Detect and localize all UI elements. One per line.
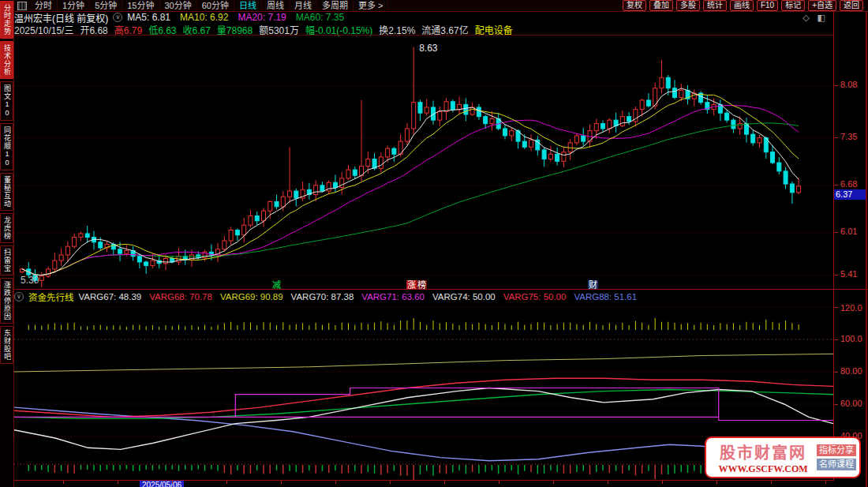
svg-text:5.30: 5.30 (21, 275, 39, 286)
date-axis-tick (771, 481, 772, 484)
indicator-value-3: VARG70: 87.38 (291, 292, 354, 302)
toolbar-button-F10[interactable]: F10 (757, 0, 778, 11)
sidebar-item-龙虎榜[interactable]: 龙虎榜 (0, 213, 13, 243)
watermark: 股市财富网 WWW.GSCFW.COM 指标分享名师课程 (705, 436, 861, 478)
quote-field-2: 低6.63 (148, 23, 176, 36)
quote-fields: 开6.68高6.79低6.63收6.67量78968额5301万幅-0.01(-… (80, 23, 512, 36)
menu-item-更多 >[interactable]: 更多 > (354, 1, 388, 11)
indicator-axis-tick (834, 339, 838, 340)
ma-values: MA5: 6.81MA10: 6.92MA20: 7.19MA60: 7.35 (127, 12, 344, 23)
watermark-site: 股市财富网 (713, 440, 814, 463)
toolbar-button-标记[interactable]: 标记 (781, 0, 805, 11)
varg68-line (14, 378, 833, 417)
date-axis: 2025/05/06 (14, 481, 868, 487)
indicator-header: ∨ 资金先行线 VARG67: 48.39VARG68: 70.78VARG69… (14, 290, 833, 303)
watermark-url: WWW.GSCFW.COM (713, 463, 814, 475)
date-axis-tick (444, 481, 445, 484)
price-axis-tick (834, 85, 838, 86)
price-axis-tick (834, 275, 838, 275)
watermark-badge-1[interactable]: 名师课程 (817, 459, 856, 470)
quote-date: 2025/10/15/三 (14, 23, 73, 36)
ma-value-0: MA5: 6.81 (127, 12, 170, 23)
left-sidebar: 分时走势技术分析图文10同花顺10董秘互动龙虎榜扫雷宝涨跌停原因东财股吧 (0, 0, 14, 487)
varg69-line (14, 354, 833, 372)
menu-item-月线[interactable]: 月线 (290, 1, 317, 11)
price-axis-label-8.08: 8.08 (840, 80, 857, 89)
price-axis-label-6.68: 6.68 (840, 179, 857, 189)
quote-field-6: 幅-0.01(-0.15%) (305, 23, 372, 36)
date-axis-tick (553, 481, 554, 484)
indicator-axis-label-120.0: 120.0 (840, 303, 862, 313)
toolbar-button-统计[interactable]: 统计 (703, 0, 727, 11)
sidebar-item-分时走势[interactable]: 分时走势 (0, 1, 13, 39)
watermark-badge-0[interactable]: 指标分享 (817, 444, 856, 456)
indicator-value-2: VARG69: 90.89 (220, 292, 283, 302)
quote-field-9: 配电设备 (475, 23, 513, 36)
menu-item-15分钟[interactable]: 15分钟 (122, 1, 159, 11)
sidebar-item-涨跌停原因[interactable]: 涨跌停原因 (0, 278, 13, 324)
ma-value-3: MA60: 7.35 (296, 12, 344, 23)
indicator-axis-label-100.0: 100.0 (840, 334, 862, 343)
indicator-axis-tick (834, 372, 838, 373)
quote-field-8: 流通3.67亿 (421, 23, 468, 36)
date-axis-tick (226, 481, 227, 484)
chevron-circle-icon[interactable]: ∨ (14, 292, 24, 302)
menu-item-多周期[interactable]: 多周期 (317, 1, 354, 11)
date-axis-tick (716, 481, 717, 484)
price-axis-tick (834, 232, 838, 233)
date-label: 2025/05/06 (140, 481, 184, 487)
indicator-axis-tick (834, 307, 838, 308)
menu-item-30分钟[interactable]: 30分钟 (160, 1, 197, 11)
indicator-value-1: VARG68: 70.78 (149, 292, 212, 302)
menu-item-1分钟[interactable]: 1分钟 (58, 1, 90, 11)
date-axis-tick (825, 481, 826, 484)
price-axis-tick (834, 137, 838, 138)
price-axis-label-5.41: 5.41 (840, 269, 857, 279)
sidebar-item-董秘互动[interactable]: 董秘互动 (0, 173, 13, 211)
indicator-name[interactable]: 资金先行线 (28, 290, 74, 303)
kline-logo-icon[interactable] (17, 2, 27, 10)
varg70-line (14, 390, 833, 419)
menu-item-周线[interactable]: 周线 (262, 1, 290, 11)
date-axis-tick (499, 481, 499, 484)
toolbar-button-+自选[interactable]: +自选 (808, 0, 836, 11)
menu-item-60分钟[interactable]: 60分钟 (197, 1, 234, 11)
date-axis-tick (608, 481, 608, 484)
date-axis-tick (390, 481, 391, 484)
last-price-marker: 6.37 (834, 189, 867, 200)
indicator-value-5: VARG74: 50.00 (432, 292, 496, 302)
sidebar-item-东财股吧[interactable]: 东财股吧 (0, 326, 13, 364)
indicator-axis-tick (834, 404, 838, 405)
right-border-line (866, 0, 867, 487)
price-axis-label-7.35: 7.35 (840, 132, 857, 141)
sidebar-item-技术分析[interactable]: 技术分析 (0, 41, 13, 79)
panel-icon[interactable]: ◧ (817, 13, 825, 23)
date-axis-tick (281, 481, 282, 484)
menu-item-5分钟[interactable]: 5分钟 (90, 1, 122, 11)
indicator-value-4: VARG71: 63.60 (361, 292, 425, 302)
panel-separator (0, 289, 868, 290)
price-axis-tick (834, 185, 838, 185)
topbar-buttons: 复权叠加多股统计画线F10标记+自选返回 (623, 0, 868, 11)
indicator-value-7: VARG88: 51.61 (574, 292, 637, 302)
quote-field-3: 收6.67 (182, 23, 210, 36)
tdx-app: 分时走势技术分析图文10同花顺10董秘互动龙虎榜扫雷宝涨跌停原因东财股吧 分时1… (0, 0, 868, 487)
menu-item-分时[interactable]: 分时 (30, 1, 58, 11)
ma-value-2: MA20: 7.19 (238, 12, 286, 23)
main-chart-canvas[interactable]: 8.635.30 减涨榜财 (14, 35, 833, 290)
sidebar-item-同花顺10[interactable]: 同花顺10 (0, 123, 13, 170)
chevron-down-icon[interactable]: ∨ (113, 13, 122, 22)
toolbar-button-返回[interactable]: 返回 (840, 0, 863, 11)
indicator-value-0: VARG67: 48.39 (79, 292, 142, 302)
toolbar-button-复权[interactable]: 复权 (623, 0, 646, 11)
quote-field-5: 额5301万 (259, 23, 299, 36)
menu-item-日线[interactable]: 日线 (234, 1, 262, 11)
top-toolbar: 分时1分钟5分钟15分钟30分钟60分钟日线周线月线多周期更多 > 复权叠加多股… (14, 0, 868, 12)
sidebar-item-扫雷宝[interactable]: 扫雷宝 (0, 245, 13, 275)
candlestick-chart[interactable]: 8.635.30 (14, 36, 833, 290)
toolbar-button-叠加[interactable]: 叠加 (649, 0, 673, 11)
diamond-icon[interactable]: ◇ (803, 13, 809, 23)
sidebar-item-图文10[interactable]: 图文10 (0, 81, 13, 121)
toolbar-button-画线[interactable]: 画线 (730, 0, 754, 11)
toolbar-button-多股[interactable]: 多股 (676, 0, 700, 11)
